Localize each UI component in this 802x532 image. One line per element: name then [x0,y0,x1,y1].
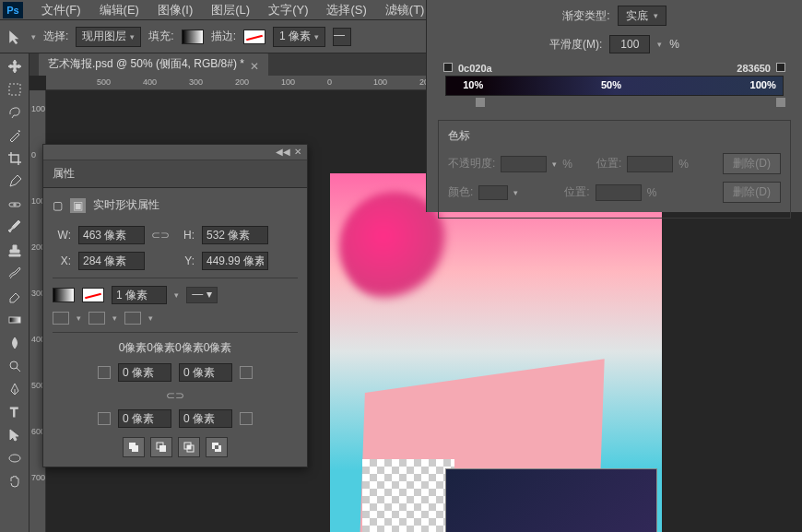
svg-rect-9 [159,445,166,452]
tool-preset-dropdown[interactable]: ▾ [31,32,36,41]
live-shape-icon: ▣ [70,198,86,213]
stroke-dropdown[interactable]: ▾ [174,290,179,300]
eyedropper-tool[interactable] [4,171,26,193]
properties-tab[interactable]: 属性 [43,160,307,188]
select-layer-dropdown[interactable]: 现用图层▾ [76,27,141,47]
smoothness-dropdown[interactable]: ▾ [657,40,662,49]
opacity-stop-right[interactable] [776,63,785,72]
svg-text:T: T [10,405,18,420]
lasso-tool[interactable] [4,101,26,124]
height-input[interactable] [202,226,268,244]
ps-logo[interactable]: Ps [3,2,23,18]
crop-tool[interactable] [4,148,26,170]
x-input[interactable] [78,252,145,270]
hand-tool[interactable] [4,470,26,492]
menu-file[interactable]: 文件(F) [32,2,90,18]
left-color-hex: 0c020a [458,63,492,74]
cap-icon[interactable] [88,312,105,325]
eraser-tool[interactable] [4,286,26,308]
select-layer-value: 现用图层 [82,29,126,44]
fill-swatch[interactable] [182,30,204,44]
close-tab-icon[interactable]: ✕ [250,60,259,69]
move-tool[interactable] [4,55,26,77]
menu-image[interactable]: 图像(I) [148,2,202,18]
color-stop-3[interactable] [776,98,785,107]
width-input[interactable] [78,226,145,244]
stops-group-title: 色标 [448,128,781,144]
color-well[interactable] [478,185,508,200]
menu-select[interactable]: 选择(S) [317,2,375,18]
corner-tl-input[interactable] [118,363,171,382]
document-tab[interactable]: 艺术海报.psd @ 50% (侧面4, RGB/8#) * ✕ [39,53,268,76]
width-label: W: [53,229,71,242]
color-position-input[interactable] [596,184,642,201]
opacity-stop-left[interactable] [443,63,453,72]
type-tool[interactable]: T [4,401,26,423]
shape-tool[interactable] [4,447,26,469]
corner-tr-input[interactable] [179,363,232,382]
stops-group: 色标 不透明度: ▾ % 位置: % 删除(D) 颜色: ▾ 位置: % 删除(… [438,120,791,219]
document-title: 艺术海报.psd @ 50% (侧面4, RGB/8#) * [48,56,244,72]
dodge-tool[interactable] [4,355,26,377]
stroke-width-value: 1 像素 [279,29,311,44]
stroke-width-props[interactable] [112,286,167,304]
stamp-tool[interactable] [4,240,26,262]
panel-close-icon[interactable]: ✕ [292,147,303,158]
menu-type[interactable]: 文字(Y) [259,2,317,18]
y-input[interactable] [202,252,268,270]
corner-bl-icon[interactable] [98,412,111,425]
marquee-tool[interactable] [4,78,26,100]
pathop-unite[interactable] [123,437,145,457]
link-corners-icon[interactable]: ⊂⊃ [167,387,183,404]
stroke-swatch-props[interactable] [82,288,104,302]
history-brush-tool[interactable] [4,263,26,285]
blur-tool[interactable] [4,332,26,354]
svg-rect-2 [9,317,20,323]
pathop-exclude[interactable] [206,437,228,457]
path-select-tool[interactable] [4,424,26,446]
align-inside-icon[interactable] [53,312,69,325]
healing-tool[interactable] [4,194,26,216]
svg-rect-15 [215,445,218,449]
x-label: X: [53,254,71,267]
brush-tool[interactable] [4,217,26,239]
corner-br-input[interactable] [179,409,232,428]
color-stop-1[interactable] [476,98,485,107]
corner-summary: 0像素0像素0像素0像素 [53,340,298,356]
fill-swatch-props[interactable] [53,288,75,302]
move-tool-icon[interactable] [7,29,24,45]
right-color-hex: 283650 [737,63,771,74]
join-icon[interactable] [124,312,141,325]
gradient-bar[interactable]: 10% 50% 100% [445,76,784,96]
panel-collapse-icon[interactable]: ◀◀ [276,147,287,158]
stroke-swatch[interactable] [243,30,265,44]
pathop-intersect[interactable] [178,437,200,457]
color-delete-button[interactable]: 删除(D) [723,182,781,203]
stroke-style-dropdown[interactable]: — ▾ [186,287,218,303]
opacity-input[interactable] [501,156,547,172]
corner-tl-icon[interactable] [98,366,111,379]
smoothness-input[interactable] [609,35,650,53]
menu-edit[interactable]: 编辑(E) [90,2,148,18]
stroke-width-input[interactable]: 1 像素▾ [273,27,325,47]
magic-wand-tool[interactable] [4,124,26,147]
pathop-subtract[interactable] [150,437,172,457]
stroke-label: 描边: [211,29,236,44]
pen-tool[interactable] [4,378,26,400]
gradient-type-dropdown[interactable]: 实底▾ [618,6,666,26]
smoothness-pct: % [669,38,679,51]
svg-rect-0 [9,84,20,95]
corner-tr-icon[interactable] [240,366,253,379]
corner-br-icon[interactable] [240,412,253,425]
gradient-tool[interactable] [4,309,26,331]
smoothness-label: 平滑度(M): [549,37,602,53]
corner-bl-input[interactable] [118,409,171,428]
link-wh-icon[interactable]: ⊂⊃ [152,227,169,243]
color-label: 颜色: [448,184,473,200]
opacity-position-input[interactable] [627,156,673,172]
opacity-delete-button[interactable]: 删除(D) [723,153,781,174]
menu-layer[interactable]: 图层(L) [202,2,259,18]
stroke-type-dropdown[interactable]: — [333,28,351,46]
gradient-editor: 渐变类型: 实底▾ 平滑度(M): ▾ % 0c020a 283650 10% … [426,0,802,212]
canvas-artwork [330,173,662,532]
